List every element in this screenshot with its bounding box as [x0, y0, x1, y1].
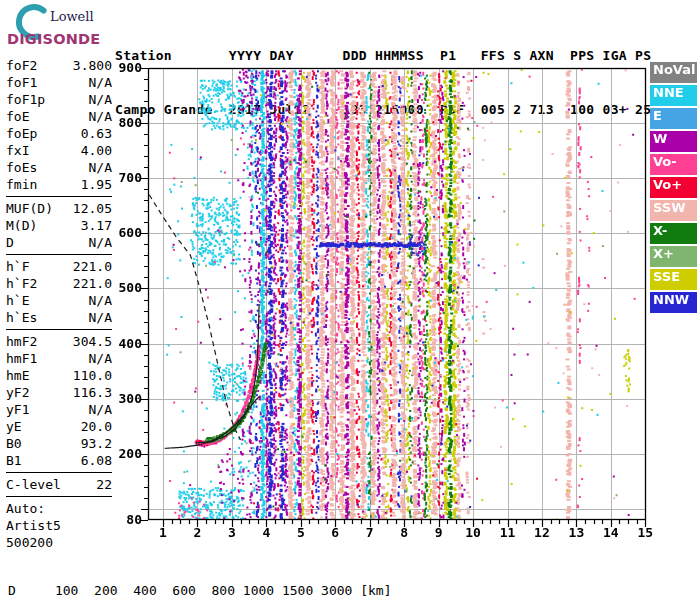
legend-item: W: [650, 131, 697, 152]
x-tick-label: 10: [462, 526, 484, 540]
legend-item: NNE: [650, 85, 697, 106]
param-row: Artist5: [6, 517, 112, 534]
x-tick-label: 7: [359, 526, 381, 540]
param-row: 500200: [6, 534, 112, 551]
param-value: 93.2: [81, 435, 112, 452]
distance-row: D 100 200 400 600 800 1000 1500 3000 [km…: [8, 584, 680, 598]
param-row: h`EsN/A: [6, 309, 112, 326]
ionogram-plot-canvas: [130, 60, 660, 532]
legend-label: W: [653, 131, 667, 152]
param-label: h`Es: [6, 309, 37, 326]
param-row: yE20.0: [6, 418, 112, 435]
param-value: 4.00: [81, 142, 112, 159]
param-value: 110.0: [73, 367, 112, 384]
x-tick-label: 9: [428, 526, 450, 540]
param-row: fxI4.00: [6, 142, 112, 159]
param-value: 6.08: [81, 452, 112, 469]
legend-label: E: [653, 108, 662, 129]
param-row: foEsN/A: [6, 159, 112, 176]
param-row: B16.08: [6, 452, 112, 469]
param-value: 3.17: [81, 217, 112, 234]
param-label: D: [6, 234, 14, 251]
legend-item: X-: [650, 223, 697, 244]
param-label: Artist5: [6, 517, 61, 534]
y-tick-label: 900: [112, 61, 142, 75]
param-label: foF1: [6, 74, 37, 91]
param-row: DN/A: [6, 234, 112, 251]
param-value: N/A: [89, 108, 112, 125]
param-value: 22: [96, 476, 112, 493]
param-label: C-level: [6, 476, 61, 493]
param-value: N/A: [89, 401, 112, 418]
param-label: hmF2: [6, 333, 37, 350]
x-tick-label: 13: [565, 526, 587, 540]
legend-label: Vo-: [653, 154, 677, 175]
param-divider: [6, 496, 112, 497]
legend-item: NNW: [650, 292, 697, 313]
y-tick-label: 400: [112, 337, 142, 351]
param-value: N/A: [89, 292, 112, 309]
param-row: hmF1N/A: [6, 350, 112, 367]
x-tick-label: 15: [634, 526, 656, 540]
legend-label: X-: [653, 223, 667, 244]
param-row: foF1N/A: [6, 74, 112, 91]
y-tick-label: 800: [112, 116, 142, 130]
param-row: yF2116.3: [6, 384, 112, 401]
param-row: hmE110.0: [6, 367, 112, 384]
x-tick-label: 4: [255, 526, 277, 540]
param-label: MUF(D): [6, 200, 53, 217]
y-tick-label: 500: [112, 281, 142, 295]
x-tick-label: 14: [600, 526, 622, 540]
logo-lowell: Lowell: [50, 9, 94, 24]
param-label: 500200: [6, 534, 53, 551]
legend-label: NNW: [653, 292, 689, 313]
legend-label: X+: [653, 246, 674, 267]
param-value: N/A: [89, 309, 112, 326]
param-row: Auto:: [6, 500, 112, 517]
param-value: 20.0: [81, 418, 112, 435]
param-label: B0: [6, 435, 22, 452]
param-divider: [6, 329, 112, 330]
param-value: N/A: [89, 91, 112, 108]
footer-block: D 100 200 400 600 800 1000 1500 3000 [km…: [8, 556, 680, 600]
param-row: yF1N/A: [6, 401, 112, 418]
x-tick-label: 12: [531, 526, 553, 540]
param-row: M(D)3.17: [6, 217, 112, 234]
param-label: foE: [6, 108, 29, 125]
x-tick-label: 3: [221, 526, 243, 540]
param-row: B093.2: [6, 435, 112, 452]
x-tick-label: 5: [290, 526, 312, 540]
legend-label: NoVal: [653, 62, 695, 83]
legend-item: E: [650, 108, 697, 129]
x-tick-label: 11: [497, 526, 519, 540]
y-tick-label: 700: [112, 171, 142, 185]
legend-label: SSE: [653, 269, 680, 290]
param-label: hmE: [6, 367, 29, 384]
legend-label: NNE: [653, 85, 684, 106]
param-label: M(D): [6, 217, 37, 234]
legend-item: NoVal: [650, 62, 697, 83]
param-value: 221.0: [73, 258, 112, 275]
param-row: h`EN/A: [6, 292, 112, 309]
param-row: foF1pN/A: [6, 91, 112, 108]
param-label: foF2: [6, 57, 37, 74]
param-label: foEs: [6, 159, 37, 176]
param-divider: [6, 196, 112, 197]
logo-digisonde: DIGISONDE: [7, 31, 100, 47]
param-value: 12.05: [73, 200, 112, 217]
param-label: h`E: [6, 292, 29, 309]
param-divider: [6, 472, 112, 473]
param-row: foEN/A: [6, 108, 112, 125]
param-label: fmin: [6, 176, 37, 193]
param-label: B1: [6, 452, 22, 469]
legend-item: Vo+: [650, 177, 697, 198]
legend-item: X+: [650, 246, 697, 267]
legend-item: Vo-: [650, 154, 697, 175]
x-tick-label: 6: [324, 526, 346, 540]
param-label: h`F: [6, 258, 29, 275]
x-tick-label: 2: [186, 526, 208, 540]
param-value: 116.3: [73, 384, 112, 401]
x-tick-label: 1: [152, 526, 174, 540]
param-divider: [6, 254, 112, 255]
param-label: yE: [6, 418, 22, 435]
